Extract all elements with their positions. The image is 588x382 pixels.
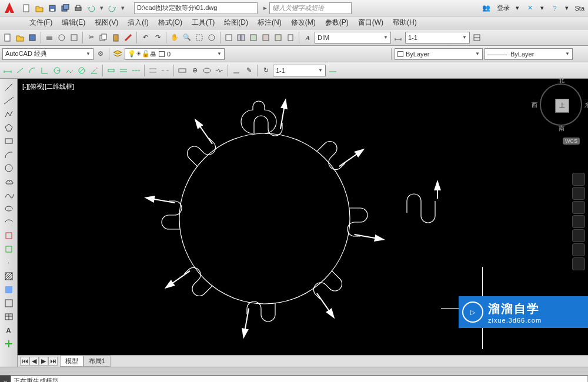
dim-angular-icon[interactable]	[89, 65, 99, 76]
spline-icon[interactable]	[3, 189, 15, 201]
joglinear-icon[interactable]	[214, 65, 225, 76]
tp-icon[interactable]	[248, 32, 259, 43]
tab-model[interactable]: 模型	[60, 356, 83, 367]
dim-continue-icon[interactable]	[131, 65, 141, 76]
dimstyle-combo[interactable]: DIM▼	[315, 32, 391, 43]
copy-icon[interactable]	[98, 32, 109, 43]
plot-icon[interactable]	[44, 32, 55, 43]
viewport[interactable]: [-][俯视][二维线框]	[18, 79, 588, 355]
dimtedit-icon[interactable]: ✎	[243, 65, 254, 76]
viewcube-face[interactable]: 上	[555, 99, 569, 113]
nav-pan-icon[interactable]	[572, 187, 585, 200]
help-dropdown[interactable]: ▾	[565, 4, 569, 12]
menu-tools[interactable]: 工具(T)	[192, 18, 215, 28]
horizontal-scrollbar[interactable]	[0, 367, 588, 375]
dim-space-icon[interactable]	[148, 65, 158, 76]
menu-help[interactable]: 帮助(H)	[393, 18, 417, 28]
ellipse-arc-icon[interactable]	[3, 216, 15, 228]
rectangle-icon[interactable]	[3, 135, 15, 147]
linetype-combo[interactable]: ———ByLayer▼	[485, 48, 573, 60]
inspect-icon[interactable]	[202, 65, 212, 76]
viewcube[interactable]: 上 北 南 西 东	[540, 83, 582, 126]
zoom-window-icon[interactable]	[194, 32, 205, 43]
menu-dimension[interactable]: 标注(N)	[258, 18, 282, 28]
tab-first-icon[interactable]: ⏮	[20, 357, 29, 366]
dim-aligned-icon[interactable]	[15, 65, 25, 76]
circle-icon[interactable]	[3, 162, 15, 174]
dim-jog-icon[interactable]	[64, 65, 75, 76]
zoom-prev-icon[interactable]	[206, 32, 217, 43]
viewcube-n[interactable]: 北	[559, 76, 564, 85]
save-doc-icon[interactable]	[27, 32, 38, 43]
open-icon[interactable]	[34, 3, 45, 14]
dim-ordinate-icon[interactable]	[39, 65, 50, 76]
props-icon[interactable]	[223, 32, 234, 43]
pan-icon[interactable]: ✋	[169, 32, 180, 43]
block-icon[interactable]	[3, 243, 15, 255]
cut-icon[interactable]: ✂	[86, 32, 96, 43]
arc-icon[interactable]	[3, 149, 15, 160]
menu-view[interactable]: 视图(V)	[95, 18, 118, 28]
login-label[interactable]: 登录	[497, 4, 510, 12]
paste-icon[interactable]	[111, 32, 121, 43]
nav-toggle-icon[interactable]	[572, 243, 585, 256]
insert-icon[interactable]	[3, 230, 15, 242]
menu-edit[interactable]: 编辑(E)	[62, 18, 85, 28]
menu-param[interactable]: 参数(P)	[325, 18, 349, 28]
dim-break-icon[interactable]	[160, 65, 171, 76]
dimstyle-btn[interactable]	[393, 32, 403, 43]
nav-collapse-icon[interactable]	[572, 257, 585, 270]
viewport-label[interactable]: [-][俯视][二维线框]	[22, 82, 74, 91]
viewcube-w[interactable]: 西	[532, 101, 537, 109]
dim-arc-icon[interactable]	[27, 65, 38, 76]
dim-radius-icon[interactable]	[52, 65, 62, 76]
exchange-dropdown[interactable]: ▾	[540, 4, 544, 12]
tablestyle-btn[interactable]	[472, 32, 482, 43]
tolerance-icon[interactable]	[177, 65, 188, 76]
polygon-icon[interactable]	[3, 122, 15, 133]
update-icon[interactable]: ↻	[260, 65, 271, 76]
centermark-icon[interactable]: ⊕	[189, 65, 200, 76]
login-dropdown[interactable]: ▾	[516, 4, 519, 12]
command-close-icon[interactable]: ✕	[0, 376, 11, 382]
table-icon[interactable]	[3, 311, 15, 323]
new-icon[interactable]	[21, 3, 32, 14]
menu-draw[interactable]: 绘图(D)	[224, 18, 248, 28]
addselected-icon[interactable]	[3, 338, 15, 350]
bredo-icon[interactable]: ↷	[152, 32, 163, 43]
calc-icon[interactable]	[285, 32, 296, 43]
nav-showmotion-icon[interactable]	[572, 229, 585, 242]
dim-diameter-icon[interactable]	[76, 65, 87, 76]
match-icon[interactable]	[123, 32, 133, 43]
textstyle-icon[interactable]: A	[302, 32, 313, 43]
recent-dropdown[interactable]: ▸	[263, 4, 269, 12]
menu-window[interactable]: 窗口(W)	[358, 18, 383, 28]
tab-last-icon[interactable]: ⏭	[48, 357, 58, 366]
mtext-icon[interactable]: A	[3, 324, 15, 336]
hatch-icon[interactable]	[3, 270, 15, 282]
xline-icon[interactable]	[3, 95, 15, 106]
color-combo[interactable]: ByLayer▼	[395, 48, 483, 60]
wcs-label[interactable]: WCS	[563, 138, 580, 145]
dc-icon[interactable]	[236, 32, 246, 43]
menu-format[interactable]: 格式(O)	[158, 18, 182, 28]
markup-icon[interactable]	[273, 32, 283, 43]
save-icon[interactable]	[47, 3, 58, 14]
new-doc-icon[interactable]	[2, 32, 13, 43]
menu-file[interactable]: 文件(F)	[29, 18, 52, 28]
ssm-icon[interactable]	[260, 32, 271, 43]
dim-linear-icon[interactable]	[2, 65, 13, 76]
menu-modify[interactable]: 修改(M)	[291, 18, 316, 28]
preview-icon[interactable]	[56, 32, 67, 43]
viewport-scale-combo[interactable]: 1-1▼	[273, 65, 326, 76]
nav-orbit-icon[interactable]	[572, 215, 585, 228]
sta-control[interactable]: Sta	[574, 5, 584, 12]
open-doc-icon[interactable]	[15, 32, 25, 43]
dim-baseline-icon[interactable]	[118, 65, 129, 76]
zoom-icon[interactable]: 🔍	[182, 32, 192, 43]
saveas-icon[interactable]	[60, 3, 71, 14]
menu-insert[interactable]: 插入(I)	[128, 18, 148, 28]
redo-icon[interactable]	[107, 3, 118, 14]
layer-manager-icon[interactable]	[112, 49, 123, 59]
redo-dropdown[interactable]: ▾	[120, 3, 126, 14]
